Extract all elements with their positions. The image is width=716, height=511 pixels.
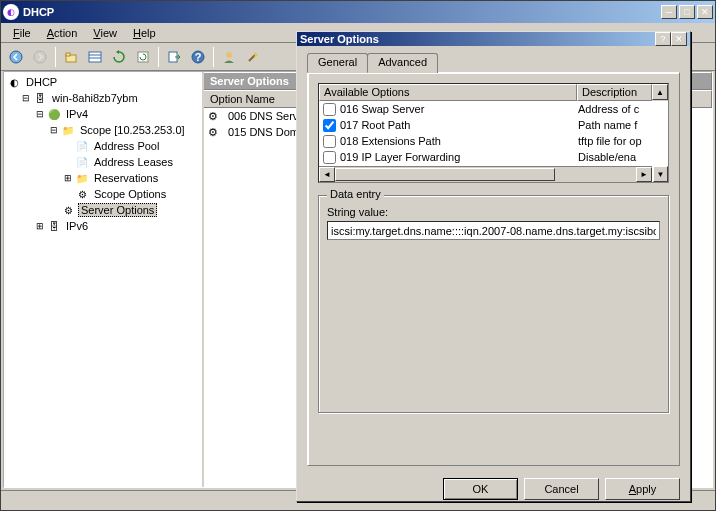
table-icon-button[interactable] (84, 46, 106, 68)
refresh2-icon-button[interactable] (132, 46, 154, 68)
tree-address-pool[interactable]: 📄Address Pool (6, 138, 200, 154)
svg-point-1 (34, 51, 46, 63)
tree-scope[interactable]: ⊟📁Scope [10.253.253.0] (6, 122, 200, 138)
ipv6-icon: 🗄 (46, 219, 62, 233)
scroll-down-button[interactable]: ▼ (653, 166, 668, 182)
option-checkbox[interactable] (323, 119, 336, 132)
string-value-label: String value: (327, 206, 660, 218)
refresh-icon-button[interactable] (108, 46, 130, 68)
scroll-right-button[interactable]: ► (636, 167, 652, 182)
tab-general[interactable]: General (307, 53, 368, 73)
up-button[interactable] (60, 46, 82, 68)
scroll-left-button[interactable]: ◄ (319, 167, 335, 182)
horizontal-scrollbar[interactable]: ◄ ► (319, 166, 652, 182)
back-button[interactable] (5, 46, 27, 68)
cancel-button[interactable]: Cancel (524, 478, 599, 500)
expand-icon[interactable]: ⊞ (62, 173, 74, 183)
apply-button[interactable]: Apply (605, 478, 680, 500)
string-value-input[interactable] (327, 221, 660, 240)
dialog-title: Server Options (300, 33, 655, 45)
scope-tree[interactable]: ◐DHCP ⊟🗄win-8ahi8zb7ybm ⊟🟢IPv4 ⊟📁Scope [… (4, 72, 204, 487)
collapse-icon[interactable]: ⊟ (48, 125, 60, 135)
option-icon: ⚙ (208, 110, 224, 123)
export-icon-button[interactable] (163, 46, 185, 68)
dhcp-icon: ◐ (3, 4, 19, 20)
options-icon: ⚙ (74, 187, 90, 201)
menu-action[interactable]: Action (39, 25, 86, 41)
help-icon-button[interactable]: ? (187, 46, 209, 68)
option-row[interactable]: 018 Extensions Pathtftp file for op (319, 133, 668, 149)
option-checkbox[interactable] (323, 103, 336, 116)
tab-advanced[interactable]: Advanced (367, 53, 438, 73)
svg-text:?: ? (195, 51, 202, 63)
scroll-thumb[interactable] (335, 168, 555, 181)
minimize-button[interactable]: ─ (661, 5, 677, 19)
col-available-options[interactable]: Available Options (319, 84, 577, 101)
folder-icon: 📁 (60, 123, 76, 137)
svg-point-0 (10, 51, 22, 63)
col-description[interactable]: Description (577, 84, 652, 101)
dialog-help-button[interactable]: ? (655, 32, 671, 46)
option-icon: ⚙ (208, 126, 224, 139)
option-row[interactable]: 017 Root PathPath name f (319, 117, 668, 133)
wizard-icon-button[interactable] (242, 46, 264, 68)
available-options-list[interactable]: Available Options Description ▲ 016 Swap… (318, 83, 669, 183)
tree-address-leases[interactable]: 📄Address Leases (6, 154, 200, 170)
tree-server-options[interactable]: ⚙Server Options (6, 202, 200, 218)
server-options-icon: ⚙ (60, 203, 76, 217)
option-row[interactable]: 016 Swap ServerAddress of c (319, 101, 668, 117)
maximize-button[interactable]: □ (679, 5, 695, 19)
main-titlebar[interactable]: ◐ DHCP ─ □ ✕ (1, 1, 715, 23)
data-entry-legend: Data entry (327, 188, 384, 200)
tab-panel-general: Available Options Description ▲ 016 Swap… (307, 72, 680, 466)
option-checkbox[interactable] (323, 135, 336, 148)
svg-rect-3 (66, 53, 70, 56)
svg-point-11 (226, 52, 232, 58)
dialog-titlebar[interactable]: Server Options ? ✕ (297, 32, 690, 46)
collapse-icon[interactable]: ⊟ (34, 109, 46, 119)
svg-rect-4 (89, 52, 101, 62)
tree-ipv4[interactable]: ⊟🟢IPv4 (6, 106, 200, 122)
collapse-icon[interactable]: ⊟ (20, 93, 32, 103)
pool-icon: 📄 (74, 139, 90, 153)
menu-view[interactable]: View (85, 25, 125, 41)
data-entry-group: Data entry String value: (318, 195, 669, 413)
ok-button[interactable]: OK (443, 478, 518, 500)
menu-help[interactable]: Help (125, 25, 164, 41)
option-checkbox[interactable] (323, 151, 336, 164)
expand-icon[interactable]: ⊞ (34, 221, 46, 231)
tree-server[interactable]: ⊟🗄win-8ahi8zb7ybm (6, 90, 200, 106)
server-icon: 🗄 (32, 91, 48, 105)
dialog-close-button[interactable]: ✕ (671, 32, 687, 46)
forward-button[interactable] (29, 46, 51, 68)
dhcp-icon: ◐ (6, 75, 22, 89)
ipv4-icon: 🟢 (46, 107, 62, 121)
reservations-icon: 📁 (74, 171, 90, 185)
leases-icon: 📄 (74, 155, 90, 169)
scroll-up-button[interactable]: ▲ (652, 84, 668, 100)
tree-reservations[interactable]: ⊞📁Reservations (6, 170, 200, 186)
tree-ipv6[interactable]: ⊞🗄IPv6 (6, 218, 200, 234)
close-button[interactable]: ✕ (697, 5, 713, 19)
main-title: DHCP (23, 6, 661, 18)
tree-root[interactable]: ◐DHCP (6, 74, 200, 90)
tree-scope-options[interactable]: ⚙Scope Options (6, 186, 200, 202)
option-row[interactable]: 019 IP Layer ForwardingDisable/ena (319, 149, 668, 165)
user-icon-button[interactable] (218, 46, 240, 68)
server-options-dialog: Server Options ? ✕ General Advanced Avai… (296, 31, 691, 502)
tab-strip: General Advanced (307, 52, 680, 72)
menu-file[interactable]: File (5, 25, 39, 41)
